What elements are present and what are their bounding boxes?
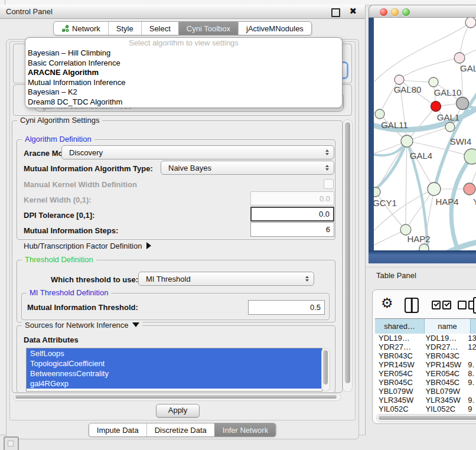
- network-frame: GAL GAL80 GAL10 GAL1 GAL11 GAL4 SWI4 GCY…: [369, 18, 476, 263]
- attribute-list-item[interactable]: BetweennessCentrality: [27, 369, 322, 379]
- settings-gear-icon[interactable]: [381, 295, 393, 311]
- table-panel-divider: [366, 267, 476, 268]
- algorithm-option[interactable]: Bayesian – K2: [25, 87, 342, 97]
- minimized-panel-icon[interactable]: [4, 436, 19, 450]
- mi-threshold-field[interactable]: [248, 300, 325, 315]
- split-columns-icon[interactable]: [405, 298, 419, 313]
- algorithm-dropdown-popup: Select algorithm to view settings Bayesi…: [25, 37, 343, 108]
- node-selected-red[interactable]: [431, 102, 441, 112]
- control-panel-titlebar: Control Panel: [0, 5, 365, 19]
- tab-jactivemnodules[interactable]: jActiveMNodules: [238, 22, 311, 35]
- node-gal[interactable]: [454, 53, 465, 63]
- cyni-bottom-tabs: Impute Data Discretize Data Infer Networ…: [89, 423, 276, 437]
- manual-kernel-width-label: Manual Kernel Width Definition: [24, 180, 137, 189]
- combo-arrows-icon: [325, 149, 329, 155]
- table-row[interactable]: YBR045C YBR045C 9.: [375, 378, 476, 387]
- settings-horizontal-scrollbar[interactable]: [13, 393, 341, 401]
- attribute-list-item[interactable]: SelfLoops: [27, 348, 322, 358]
- svg-text:GAL1: GAL1: [437, 112, 459, 122]
- svg-text:GAL80: GAL80: [394, 84, 422, 94]
- kernel-width-field[interactable]: [250, 191, 334, 206]
- mi-threshold-title: MI Threshold Definition: [27, 288, 111, 297]
- node-gal10[interactable]: [429, 77, 438, 87]
- tab-cyni-toolbox[interactable]: Cyni Toolbox: [178, 22, 238, 35]
- zoom-traffic-light[interactable]: [402, 8, 410, 16]
- tab-style[interactable]: Style: [108, 22, 141, 35]
- table-horizontal-scrollbar[interactable]: [376, 414, 476, 422]
- dpi-tolerance-label: DPI Tolerance [0,1]:: [24, 211, 94, 220]
- node-salmon[interactable]: [464, 183, 475, 195]
- column-header-name[interactable]: name: [425, 319, 471, 334]
- table-row[interactable]: YDL19… YDL19… 13: [375, 334, 476, 343]
- tab-discretize-data[interactable]: Discretize Data: [146, 423, 214, 436]
- tab-infer-network[interactable]: Infer Network: [214, 423, 276, 436]
- window-title: Control Panel: [6, 7, 53, 16]
- tab-network-label: Network: [72, 24, 100, 33]
- panel-divider: [5, 0, 5, 5]
- svg-text:GAL: GAL: [460, 63, 476, 73]
- table-row[interactable]: YPR145W YPR145W 9.: [375, 360, 476, 369]
- settings-vertical-scrollbar[interactable]: [343, 119, 353, 392]
- algorithm-option[interactable]: Bayesian – Hill Climbing: [25, 48, 342, 58]
- svg-text:GAL4: GAL4: [410, 151, 432, 161]
- apply-button[interactable]: Apply: [156, 404, 200, 418]
- node-gcy1[interactable]: [374, 187, 380, 197]
- node-gray[interactable]: [457, 97, 469, 110]
- table-panel-title: Table Panel: [376, 271, 416, 280]
- table-row[interactable]: YER054C YER054C 8.: [375, 369, 476, 378]
- network-frame-bottom: [369, 250, 476, 263]
- attribute-list-item[interactable]: TopologicalCoefficient: [27, 358, 322, 369]
- select-all-icon: [442, 301, 451, 309]
- data-attributes-list: SelfLoopsTopologicalCoefficientBetweenne…: [26, 348, 322, 392]
- select-all-icon[interactable]: [432, 301, 441, 309]
- tab-impute-data[interactable]: Impute Data: [89, 423, 146, 436]
- attribute-list-scrollbar[interactable]: [321, 348, 330, 392]
- algorithm-option[interactable]: Dream8 DC_TDC Algorithm: [25, 97, 342, 107]
- mi-steps-field[interactable]: [250, 222, 334, 237]
- column-header-shared[interactable]: shared…: [375, 319, 425, 334]
- node[interactable]: [419, 244, 429, 250]
- algorithm-option[interactable]: ARACNE Algorithm: [25, 68, 342, 78]
- algorithm-option[interactable]: Mutual Information Inference: [25, 78, 342, 88]
- minimize-traffic-light[interactable]: [391, 8, 399, 16]
- node-swi4[interactable]: [464, 149, 476, 164]
- float-window-icon[interactable]: [331, 8, 340, 17]
- table-row[interactable]: YBR043C YBR043C: [375, 351, 476, 360]
- network-view-window: GAL GAL80 GAL10 GAL1 GAL11 GAL4 SWI4 GCY…: [369, 5, 476, 263]
- table-row[interactable]: YBL079W YBL079W: [375, 387, 476, 396]
- attribute-list-item[interactable]: gal4RGexp: [27, 379, 322, 389]
- node-gal11[interactable]: [375, 109, 384, 119]
- network-canvas[interactable]: GAL GAL80 GAL10 GAL1 GAL11 GAL4 SWI4 GCY…: [374, 18, 476, 250]
- node-gal1[interactable]: [445, 122, 455, 132]
- node-gal80[interactable]: [395, 75, 404, 84]
- aracne-mode-combo[interactable]: Discovery: [61, 145, 334, 159]
- tab-network[interactable]: Network: [54, 22, 108, 35]
- table-row[interactable]: YLR345W YLR345W 9.: [375, 396, 476, 405]
- column-header-extra[interactable]: [471, 319, 476, 334]
- mi-algorithm-type-combo[interactable]: Naive Bayes: [161, 161, 334, 175]
- hub-definition-toggle[interactable]: Hub/Transcription Factor Definition: [24, 242, 151, 250]
- node-gal4[interactable]: [401, 135, 413, 147]
- combo-arrows-icon: [305, 276, 309, 282]
- table-row[interactable]: YDR27… YDR27… 12: [375, 343, 476, 351]
- document-icon[interactable]: [473, 297, 476, 314]
- which-threshold-combo[interactable]: MI Threshold: [138, 272, 314, 286]
- sources-title[interactable]: Sources for Network Inference: [22, 321, 142, 330]
- network-window-titlebar[interactable]: [369, 5, 476, 18]
- table-toolbar: [373, 294, 476, 316]
- threshold-definition-title: Threshold Definition: [22, 255, 96, 264]
- table-row[interactable]: YIL052C YIL052C 9: [375, 405, 476, 413]
- tab-select[interactable]: Select: [141, 22, 178, 35]
- close-traffic-light[interactable]: [380, 8, 387, 16]
- settings-group-title: Cyni Algorithm Settings: [17, 116, 102, 125]
- algorithm-options: Bayesian – Hill ClimbingBasic Correlatio…: [25, 48, 342, 107]
- deselect-all-icon[interactable]: [458, 301, 467, 309]
- node-hap4[interactable]: [428, 182, 441, 195]
- algorithm-option[interactable]: Basic Correlation Inference: [25, 58, 342, 69]
- manual-kernel-width-checkbox[interactable]: [324, 179, 334, 189]
- svg-text:GAL11: GAL11: [381, 120, 408, 130]
- node[interactable]: [465, 18, 476, 28]
- close-icon[interactable]: [349, 6, 357, 17]
- popup-placeholder: Select algorithm to view settings: [25, 38, 342, 48]
- dpi-tolerance-field[interactable]: [250, 207, 334, 221]
